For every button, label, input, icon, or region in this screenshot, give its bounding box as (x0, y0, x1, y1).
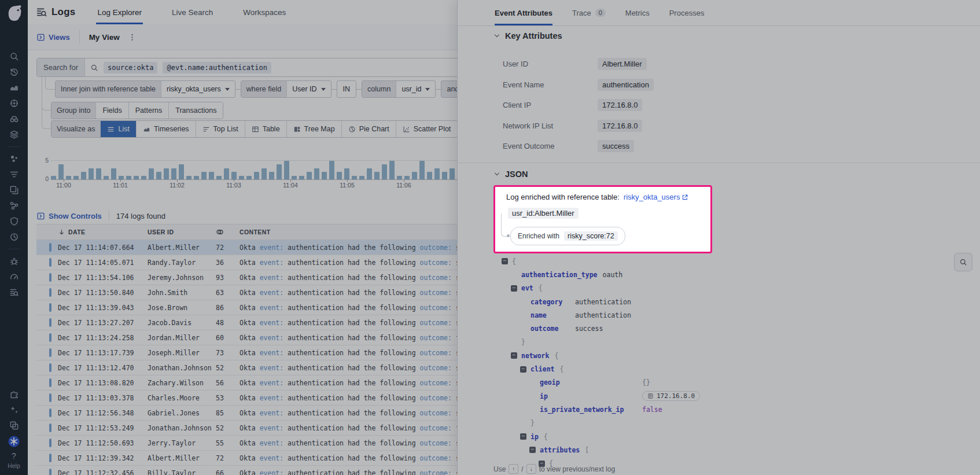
current-view-name[interactable]: My View (89, 33, 120, 42)
json-key[interactable]: is_private_network_ip (540, 406, 637, 414)
service-map-icon[interactable] (6, 198, 22, 213)
reference-table-dropdown[interactable]: risky_okta_users (161, 81, 235, 97)
viz-option-list[interactable]: List (101, 121, 136, 137)
attribute-value-chip[interactable]: 172.16.8.0 (598, 99, 642, 111)
risky-score-chip[interactable]: risky_score:72 (564, 231, 618, 241)
performance-gauge-icon[interactable] (6, 269, 22, 285)
joined-column-header[interactable] (216, 228, 240, 236)
attribute-value-chip[interactable]: authentication (598, 79, 654, 91)
json-key[interactable]: network (521, 352, 549, 360)
apm-icon[interactable] (6, 151, 22, 167)
json-key[interactable]: category (530, 298, 570, 306)
search-token[interactable]: source:okta (104, 62, 157, 73)
product-home[interactable]: Logs (36, 6, 75, 18)
error-tracking-icon[interactable] (6, 253, 22, 269)
integrations-icon[interactable] (6, 386, 22, 402)
json-value[interactable]: authentication (575, 298, 631, 306)
panel-tab-processes[interactable]: Processes (669, 0, 705, 25)
group-option-patterns[interactable]: Patterns (129, 102, 170, 119)
json-value[interactable]: success (575, 325, 603, 333)
log-pipelines-icon[interactable] (6, 167, 22, 182)
nav-tab-log-explorer[interactable]: Log Explorer (96, 0, 143, 24)
json-key[interactable]: client (530, 365, 555, 373)
json-value[interactable]: oauth (603, 271, 623, 279)
join-table-group: Inner join with reference table risky_ok… (55, 80, 235, 98)
collapse-toggle-icon[interactable]: − (511, 285, 517, 292)
json-key[interactable]: name (530, 311, 570, 319)
json-key[interactable]: ip (530, 433, 539, 441)
log-explorer-icon[interactable] (6, 285, 22, 300)
watchdog-icon[interactable] (6, 111, 22, 127)
kebab-menu-icon[interactable] (128, 33, 137, 42)
viz-option-tree-map[interactable]: Tree Map (287, 121, 342, 137)
axis-tick (64, 179, 64, 182)
divider (79, 30, 80, 45)
connector-elbow (501, 213, 509, 237)
key-attribute-row: Event Outcomesuccess (503, 136, 654, 157)
infrastructure-icon[interactable] (6, 127, 22, 142)
assistant-bot-icon[interactable] (6, 433, 22, 449)
panel-tab-metrics[interactable]: Metrics (625, 0, 650, 25)
workspaces-icon[interactable] (6, 418, 22, 433)
panel-tab-event-attributes[interactable]: Event Attributes (495, 0, 552, 25)
viz-option-top-list[interactable]: Top List (196, 121, 245, 137)
axis-tick (234, 179, 234, 182)
nav-tab-live-search[interactable]: Live Search (171, 0, 214, 24)
json-key[interactable]: geoip (540, 378, 637, 386)
date-column-header[interactable]: DATE (58, 229, 148, 236)
json-section-header[interactable]: JSON (493, 170, 528, 179)
datadog-dog-logo[interactable] (5, 3, 23, 22)
log-volume-histogram[interactable] (51, 160, 463, 180)
logs-product-icon (36, 6, 47, 18)
search-icon[interactable] (6, 49, 22, 64)
search-token[interactable]: @evt.name:authentication (163, 62, 271, 73)
reference-table-link[interactable]: risky_okta_users (624, 193, 689, 201)
collapse-toggle-icon[interactable]: − (502, 258, 508, 264)
history-icon[interactable] (6, 64, 22, 80)
x-axis-tick-label: 11:05 (340, 182, 355, 189)
json-value[interactable]: authentication (575, 311, 631, 319)
column-dropdown[interactable]: usr_id (396, 81, 435, 97)
attribute-value-chip[interactable]: Albert.Miller (598, 58, 647, 70)
views-button[interactable]: Views (36, 33, 70, 42)
join-source-chip[interactable]: usr_id:Albert.Miller (508, 208, 579, 219)
operator-box[interactable]: IN (337, 80, 357, 98)
where-field-dropdown[interactable]: User ID (287, 81, 330, 97)
synthetics-icon[interactable] (6, 95, 22, 111)
json-value[interactable]: false (642, 406, 662, 414)
help-button[interactable]: ? Help (8, 451, 20, 469)
json-search-button[interactable] (954, 253, 972, 271)
json-key[interactable]: authentication_type (521, 271, 598, 279)
viz-option-scatter-plot[interactable]: Scatter Plot (396, 121, 458, 137)
json-key[interactable]: evt (521, 284, 533, 292)
json-key[interactable]: outcome (530, 325, 570, 333)
service-level-icon[interactable] (6, 229, 22, 245)
x-axis-tick-label: 11:02 (170, 182, 185, 189)
attribute-value-chip[interactable]: success (598, 140, 634, 152)
viz-option-table[interactable]: Table (245, 121, 287, 137)
ai-sparkles-icon[interactable] (6, 402, 22, 418)
collapse-toggle-icon[interactable]: − (511, 352, 517, 359)
viz-option-timeseries[interactable]: Timeseries (137, 121, 196, 137)
json-key[interactable]: ip (540, 392, 637, 400)
json-value[interactable]: {} (642, 378, 650, 386)
viz-option-pie-chart[interactable]: Pie Chart (342, 121, 396, 137)
json-tree-line: geoip{} (493, 376, 956, 389)
collapse-toggle-icon[interactable]: − (520, 366, 526, 373)
security-icon[interactable] (6, 213, 22, 229)
log-user-id: Jonathan.Johnson (148, 424, 216, 432)
nav-tab-workspaces[interactable]: Workspaces (242, 0, 287, 24)
user-id-column-header[interactable]: USER ID (148, 229, 216, 235)
show-controls-button[interactable]: Show Controls (36, 212, 102, 220)
metrics-icon[interactable] (6, 80, 22, 95)
collapse-toggle-icon[interactable]: − (520, 433, 526, 440)
ip-value-chip[interactable]: 172.16.8.0 (642, 391, 700, 401)
group-option-transactions[interactable]: Transactions (169, 102, 223, 119)
json-key[interactable]: attributes (540, 446, 580, 454)
group-option-fields[interactable]: Fields (96, 102, 128, 119)
collapse-toggle-icon[interactable]: − (529, 447, 536, 453)
key-attributes-section-header[interactable]: Key Attributes (493, 31, 562, 40)
rum-icon[interactable] (6, 182, 22, 198)
attribute-value-chip[interactable]: 172.16.8.0 (598, 120, 642, 132)
panel-tab-trace[interactable]: Trace0 (572, 0, 606, 25)
